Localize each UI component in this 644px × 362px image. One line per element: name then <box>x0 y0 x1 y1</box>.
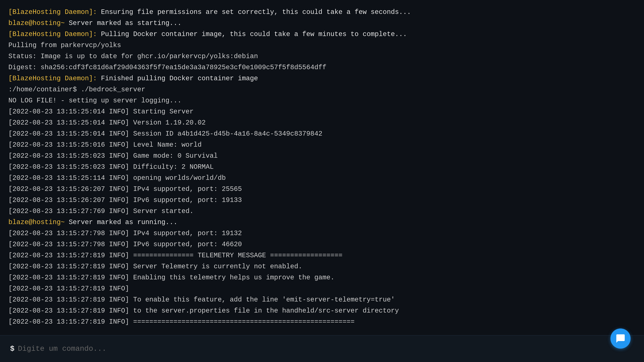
terminal-line: blaze@hosting~ Server marked as running.… <box>8 217 636 228</box>
line-prefix: [BlazeHosting Daemon]: <box>8 75 97 82</box>
terminal-line: [BlazeHosting Daemon]: Finished pulling … <box>8 73 636 84</box>
terminal-line: :/home/container$ ./bedrock_server <box>8 84 636 95</box>
input-prompt: $ <box>10 345 14 353</box>
line-prefix: [BlazeHosting Daemon]: <box>8 30 97 38</box>
terminal-line: [2022-08-23 13:15:27:798 INFO] IPv6 supp… <box>8 239 636 250</box>
terminal-line: NO LOG FILE! - setting up server logging… <box>8 95 636 106</box>
line-text: Server marked as starting... <box>65 19 182 27</box>
terminal-line: Pulling from parkervcp/yolks <box>8 40 636 51</box>
terminal-line: [2022-08-23 13:15:27:819 INFO] =========… <box>8 250 636 261</box>
terminal-line: blaze@hosting~ Server marked as starting… <box>8 18 636 29</box>
terminal-line: [2022-08-23 13:15:25:014 INFO] Starting … <box>8 106 636 117</box>
terminal-line: [2022-08-23 13:15:27:819 INFO] <box>8 283 636 294</box>
terminal-line: [2022-08-23 13:15:25:016 INFO] Level Nam… <box>8 139 636 150</box>
terminal-line: [2022-08-23 13:15:27:819 INFO] =========… <box>8 317 636 328</box>
line-prefix: blaze@hosting~ <box>8 219 65 226</box>
terminal-line: [2022-08-23 13:15:25:023 INFO] Game mode… <box>8 150 636 162</box>
terminal-line: [2022-08-23 13:15:27:819 INFO] Enabling … <box>8 272 636 283</box>
terminal-line: [2022-08-23 13:15:25:014 INFO] Version 1… <box>8 117 636 128</box>
line-prefix: [BlazeHosting Daemon]: <box>8 8 97 16</box>
terminal-line: [BlazeHosting Daemon]: Ensuring file per… <box>8 7 636 18</box>
terminal-line: [2022-08-23 13:15:27:819 INFO] To enable… <box>8 294 636 305</box>
terminal-window: [BlazeHosting Daemon]: Ensuring file per… <box>0 0 644 362</box>
terminal-line: [2022-08-23 13:15:27:769 INFO] Server st… <box>8 206 636 217</box>
terminal-line: [2022-08-23 13:15:27:819 INFO] to the se… <box>8 305 636 317</box>
terminal-line: [2022-08-23 13:15:26:207 INFO] IPv6 supp… <box>8 195 636 206</box>
terminal-line: [2022-08-23 13:15:27:798 INFO] IPv4 supp… <box>8 228 636 239</box>
terminal-line: [2022-08-23 13:15:25:014 INFO] Session I… <box>8 128 636 139</box>
terminal-line: [2022-08-23 13:15:25:023 INFO] Difficult… <box>8 162 636 173</box>
terminal-output: [BlazeHosting Daemon]: Ensuring file per… <box>8 7 636 328</box>
chat-button[interactable] <box>610 329 630 349</box>
line-text: Pulling Docker container image, this cou… <box>97 30 407 38</box>
line-text: Server marked as running... <box>65 219 178 226</box>
line-prefix: blaze@hosting~ <box>8 19 65 27</box>
terminal-line: [2022-08-23 13:15:27:819 INFO] Server Te… <box>8 261 636 272</box>
line-text: Ensuring file permissions are set correc… <box>97 8 411 16</box>
terminal-line: [BlazeHosting Daemon]: Pulling Docker co… <box>8 29 636 40</box>
command-input-bar: $ <box>0 335 644 362</box>
terminal-line: [2022-08-23 13:15:25:114 INFO] opening w… <box>8 173 636 184</box>
terminal-line: Digest: sha256:cdf3fc81d6af29d04363f5f7e… <box>8 62 636 73</box>
terminal-line: Status: Image is up to date for ghcr.io/… <box>8 51 636 62</box>
terminal-line: [2022-08-23 13:15:26:207 INFO] IPv4 supp… <box>8 184 636 195</box>
chat-icon <box>616 334 626 344</box>
command-input[interactable] <box>18 345 634 353</box>
line-text: Finished pulling Docker container image <box>97 75 258 82</box>
